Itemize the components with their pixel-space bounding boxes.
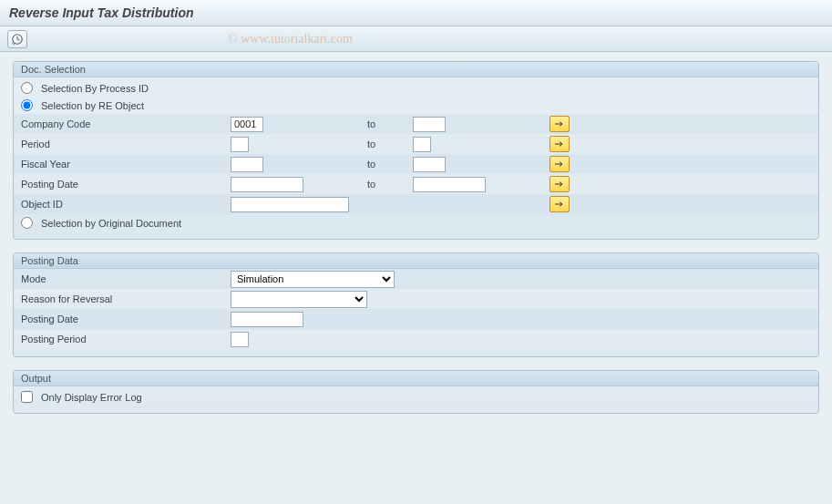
fiscal-year-to-input[interactable]	[413, 157, 446, 172]
posting-date-input[interactable]	[231, 312, 303, 327]
label-company-code: Company Code	[21, 118, 231, 129]
multi-select-period[interactable]	[550, 136, 570, 152]
row-posting-period: Posting Period	[14, 329, 818, 349]
label-period: Period	[21, 139, 231, 149]
period-to-input[interactable]	[413, 137, 431, 152]
execute-clock-icon	[11, 33, 24, 46]
error-log-label: Only Display Error Log	[41, 392, 142, 403]
arrow-right-icon	[554, 159, 565, 169]
radio-selection-re[interactable]: Selection by RE Object	[21, 99, 231, 111]
row-selection-re: Selection by RE Object	[14, 97, 818, 114]
label-posting-period: Posting Period	[21, 334, 231, 345]
reason-select[interactable]	[231, 291, 367, 308]
row-selection-original: Selection by Original Document	[14, 214, 818, 231]
row-selection-process: Selection By Process ID	[14, 77, 818, 97]
row-period: Period to	[14, 134, 818, 154]
posting-date-from-input[interactable]	[231, 177, 303, 192]
row-object-id: Object ID	[14, 194, 818, 214]
radio-selection-original[interactable]: Selection by Original Document	[21, 217, 181, 229]
to-label-fiscal-year: to	[367, 159, 413, 170]
label-posting-date-2: Posting Date	[21, 314, 231, 324]
toolbar: © www.tutorialkart.com	[0, 26, 832, 52]
page-title: Reverse Input Tax Distribution	[0, 0, 832, 26]
company-code-from-input[interactable]	[231, 117, 263, 132]
radio-selection-process[interactable]: Selection By Process ID	[21, 82, 231, 94]
label-reason: Reason for Reversal	[21, 293, 231, 304]
radio-original-input[interactable]	[21, 217, 33, 229]
company-code-to-input[interactable]	[413, 117, 446, 132]
arrow-right-icon	[554, 119, 565, 129]
label-object-id: Object ID	[21, 199, 231, 210]
to-label-posting-date: to	[367, 179, 413, 190]
main-area: Doc. Selection Selection By Process ID S…	[0, 52, 832, 436]
multi-select-fiscal-year[interactable]	[550, 156, 570, 172]
posting-date-to-input[interactable]	[413, 177, 486, 192]
row-error-log: Only Display Error Log	[14, 386, 818, 406]
mode-select[interactable]: Simulation	[231, 271, 395, 288]
row-mode: Mode Simulation	[14, 269, 818, 289]
multi-select-company-code[interactable]	[550, 116, 570, 132]
group-doc-selection: Doc. Selection Selection By Process ID S…	[13, 61, 819, 240]
execute-button[interactable]	[7, 30, 27, 48]
group-header-posting-data: Posting Data	[14, 253, 818, 269]
radio-re-label: Selection by RE Object	[41, 100, 144, 111]
to-label-company: to	[367, 118, 413, 129]
arrow-right-icon	[554, 139, 565, 149]
period-from-input[interactable]	[231, 137, 249, 152]
to-label-period: to	[367, 139, 413, 149]
arrow-right-icon	[554, 200, 565, 209]
group-header-output: Output	[14, 371, 818, 386]
fiscal-year-from-input[interactable]	[231, 157, 263, 172]
row-company-code: Company Code to	[14, 114, 818, 134]
row-posting-date-2: Posting Date	[14, 309, 818, 329]
radio-process-input[interactable]	[21, 82, 33, 94]
group-posting-data: Posting Data Mode Simulation Reason for …	[13, 252, 819, 357]
row-reason: Reason for Reversal	[14, 289, 818, 309]
label-mode: Mode	[21, 273, 231, 284]
multi-select-object-id[interactable]	[550, 196, 570, 212]
radio-original-label: Selection by Original Document	[41, 218, 181, 229]
object-id-input[interactable]	[231, 197, 349, 212]
label-posting-date: Posting Date	[21, 179, 231, 190]
error-log-checkbox[interactable]	[21, 391, 33, 403]
radio-process-label: Selection By Process ID	[41, 83, 149, 94]
watermark: © www.tutorialkart.com	[228, 32, 353, 46]
posting-period-input[interactable]	[231, 332, 249, 347]
label-fiscal-year: Fiscal Year	[21, 159, 231, 170]
radio-re-input[interactable]	[21, 99, 33, 111]
arrow-right-icon	[554, 180, 565, 189]
group-output: Output Only Display Error Log	[13, 370, 819, 414]
row-posting-date: Posting Date to	[14, 174, 818, 194]
multi-select-posting-date[interactable]	[550, 176, 570, 192]
group-header-doc-selection: Doc. Selection	[14, 62, 818, 77]
checkbox-error-log[interactable]: Only Display Error Log	[21, 391, 142, 403]
row-fiscal-year: Fiscal Year to	[14, 154, 818, 174]
